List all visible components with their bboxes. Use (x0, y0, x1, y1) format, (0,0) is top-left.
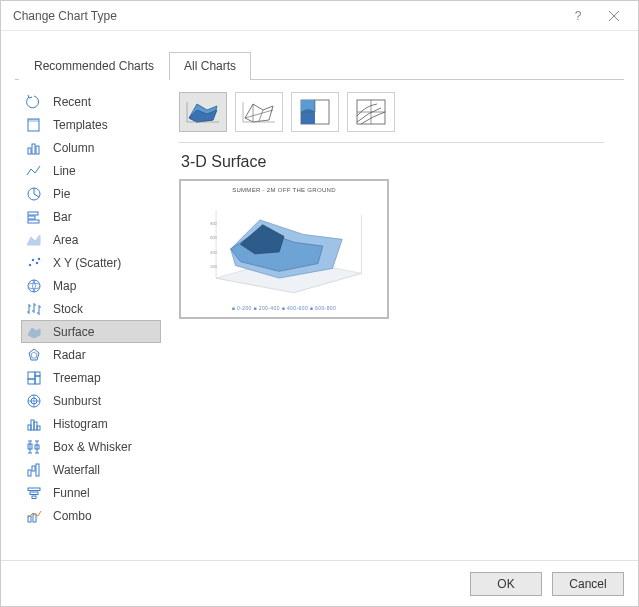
svg-rect-29 (28, 488, 40, 491)
category-sunburst[interactable]: Sunburst (21, 389, 161, 412)
recent-icon (25, 93, 43, 111)
svg-rect-16 (35, 376, 40, 384)
area-icon (25, 231, 43, 249)
surface-icon (25, 323, 43, 341)
category-label: Line (53, 164, 76, 178)
treemap-icon (25, 369, 43, 387)
help-button[interactable]: ? (560, 2, 596, 30)
category-templates[interactable]: Templates (21, 113, 161, 136)
category-funnel[interactable]: Funnel (21, 481, 161, 504)
svg-rect-28 (36, 464, 39, 476)
svg-text:600: 600 (210, 235, 216, 240)
category-xy-scatter[interactable]: X Y (Scatter) (21, 251, 161, 274)
category-box-whisker[interactable]: Box & Whisker (21, 435, 161, 458)
svg-rect-27 (32, 466, 35, 471)
map-icon (25, 277, 43, 295)
svg-point-10 (32, 258, 34, 260)
chart-preview[interactable]: SUMMER - 2M OFF THE GROUND 800 600 400 2… (179, 179, 389, 319)
cancel-button[interactable]: Cancel (552, 572, 624, 596)
svg-point-11 (36, 261, 38, 263)
waterfall-icon (25, 461, 43, 479)
subtype-row (179, 90, 604, 143)
category-bar[interactable]: Bar (21, 205, 161, 228)
category-histogram[interactable]: Histogram (21, 412, 161, 435)
category-surface[interactable]: Surface (21, 320, 161, 343)
category-label: Funnel (53, 486, 90, 500)
category-label: Bar (53, 210, 72, 224)
svg-rect-7 (28, 216, 35, 219)
category-pie[interactable]: Pie (21, 182, 161, 205)
templates-icon (25, 116, 43, 134)
pie-icon (25, 185, 43, 203)
category-stock[interactable]: Stock (21, 297, 161, 320)
bar-icon (25, 208, 43, 226)
tab-recommended[interactable]: Recommended Charts (19, 52, 169, 80)
category-map[interactable]: Map (21, 274, 161, 297)
svg-rect-17 (28, 379, 35, 384)
svg-rect-26 (28, 470, 31, 476)
category-label: Histogram (53, 417, 108, 431)
svg-rect-30 (30, 492, 38, 495)
tab-strip: Recommended Charts All Charts (19, 51, 624, 79)
category-label: Stock (53, 302, 83, 316)
svg-text:200: 200 (210, 264, 216, 269)
svg-rect-1 (28, 119, 39, 122)
scatter-icon (25, 254, 43, 272)
category-label: Treemap (53, 371, 101, 385)
category-label: Sunburst (53, 394, 101, 408)
category-label: Column (53, 141, 94, 155)
box-whisker-icon (25, 438, 43, 456)
combo-icon (25, 507, 43, 525)
category-area[interactable]: Area (21, 228, 161, 251)
category-treemap[interactable]: Treemap (21, 366, 161, 389)
subtype-contour[interactable] (291, 92, 339, 132)
dialog-body: Recommended Charts All Charts Recent Tem… (1, 31, 638, 560)
preview-surface-icon: 800 600 400 200 (187, 193, 381, 305)
wireframe-surface-icon (239, 96, 279, 128)
preview-legend: ■ 0-200 ■ 200-400 ■ 400-600 ■ 600-800 (232, 305, 336, 311)
column-icon (25, 139, 43, 157)
category-column[interactable]: Column (21, 136, 161, 159)
content-area: Recent Templates Column Line Pie (15, 80, 624, 550)
category-radar[interactable]: Radar (21, 343, 161, 366)
subtype-3d-surface[interactable] (179, 92, 227, 132)
category-label: Surface (53, 325, 94, 339)
dialog-footer: OK Cancel (1, 560, 638, 606)
svg-rect-23 (37, 426, 40, 430)
svg-rect-15 (35, 372, 40, 376)
category-label: Pie (53, 187, 70, 201)
histogram-icon (25, 415, 43, 433)
svg-rect-8 (28, 220, 39, 223)
preview-plot-area: 800 600 400 200 (187, 193, 381, 305)
close-icon (608, 10, 620, 22)
category-combo[interactable]: Combo (21, 504, 161, 527)
svg-rect-3 (32, 144, 35, 154)
svg-rect-4 (36, 146, 39, 154)
category-waterfall[interactable]: Waterfall (21, 458, 161, 481)
svg-rect-6 (28, 212, 38, 215)
wireframe-contour-icon (351, 96, 391, 128)
category-recent[interactable]: Recent (21, 90, 161, 113)
category-label: X Y (Scatter) (53, 256, 121, 270)
svg-rect-31 (32, 496, 36, 499)
close-button[interactable] (596, 2, 632, 30)
svg-text:400: 400 (210, 250, 216, 255)
category-line[interactable]: Line (21, 159, 161, 182)
line-icon (25, 162, 43, 180)
svg-point-9 (29, 263, 31, 265)
ok-button[interactable]: OK (470, 572, 542, 596)
category-sidebar: Recent Templates Column Line Pie (21, 90, 161, 550)
dialog-title: Change Chart Type (13, 9, 560, 23)
svg-point-13 (28, 280, 40, 292)
category-label: Recent (53, 95, 91, 109)
change-chart-type-dialog: Change Chart Type ? Recommended Charts A… (0, 0, 639, 607)
subtype-wireframe-3d-surface[interactable] (235, 92, 283, 132)
category-label: Combo (53, 509, 92, 523)
subtype-wireframe-contour[interactable] (347, 92, 395, 132)
svg-rect-14 (28, 372, 35, 379)
subtype-title: 3-D Surface (181, 153, 624, 171)
stock-icon (25, 300, 43, 318)
contour-icon (295, 96, 335, 128)
tab-all-charts[interactable]: All Charts (169, 52, 251, 80)
category-label: Map (53, 279, 76, 293)
